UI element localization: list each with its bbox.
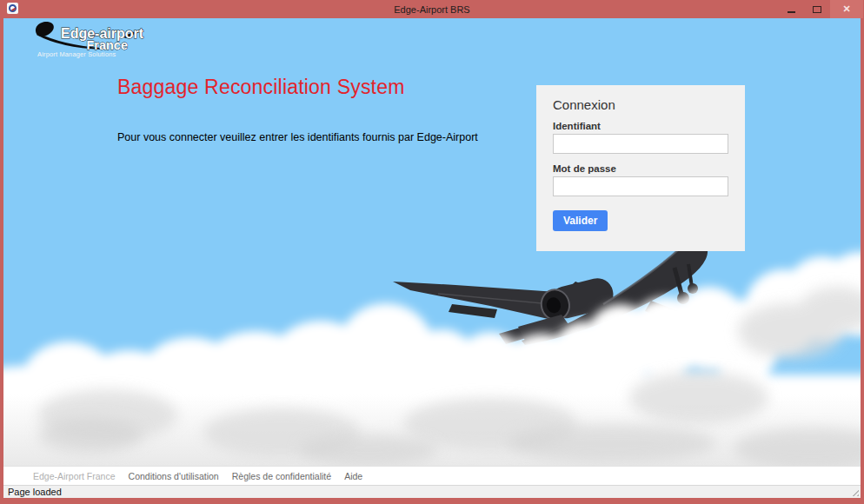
app-window: Edge-Airport BRS ✕: [0, 0, 864, 504]
svg-text:Airport Manager Solutions: Airport Manager Solutions: [37, 50, 116, 58]
password-label: Mot de passe: [553, 163, 728, 175]
globe-icon: [9, 4, 17, 12]
window-title: Edge-Airport BRS: [0, 4, 864, 15]
username-label: Identifiant: [553, 121, 728, 132]
minimize-icon: [788, 11, 795, 13]
page-title: Baggage Reconciliation System: [117, 76, 405, 99]
password-input[interactable]: [553, 176, 728, 196]
username-input[interactable]: [553, 134, 728, 154]
edge-airport-logo: Edge-airport France Airport Manager Solu…: [30, 20, 169, 63]
status-text: Page loaded: [8, 487, 62, 497]
main-content: Edge-airport France Airport Manager Solu…: [3, 18, 861, 466]
login-instruction: Pour vous connecter veuillez entrer les …: [117, 131, 478, 143]
resize-grip[interactable]: [850, 487, 859, 496]
submit-button[interactable]: Valider: [553, 210, 608, 231]
window-controls: ✕: [778, 0, 863, 18]
close-icon: ✕: [842, 3, 850, 15]
title-bar: Edge-Airport BRS ✕: [0, 0, 864, 18]
login-panel: Connexion Identifiant Mot de passe Valid…: [536, 85, 745, 251]
maximize-icon: [813, 6, 821, 13]
footer: Edge-Airport France Conditions d'utilisa…: [3, 466, 861, 485]
clouds-airplane-image: [3, 214, 861, 466]
brs-app-icon: [7, 3, 18, 14]
footer-link-aide[interactable]: Aide: [344, 471, 362, 481]
footer-link-confidentialite[interactable]: Règles de confidentialité: [232, 471, 331, 481]
status-bar: Page loaded: [3, 485, 861, 498]
footer-link-edge-airport-france[interactable]: Edge-Airport France: [33, 471, 116, 481]
minimize-button[interactable]: [778, 0, 804, 18]
login-panel-title: Connexion: [553, 97, 728, 113]
footer-link-conditions[interactable]: Conditions d'utilisation: [129, 471, 219, 481]
close-button[interactable]: ✕: [830, 0, 863, 18]
maximize-button[interactable]: [804, 0, 830, 18]
